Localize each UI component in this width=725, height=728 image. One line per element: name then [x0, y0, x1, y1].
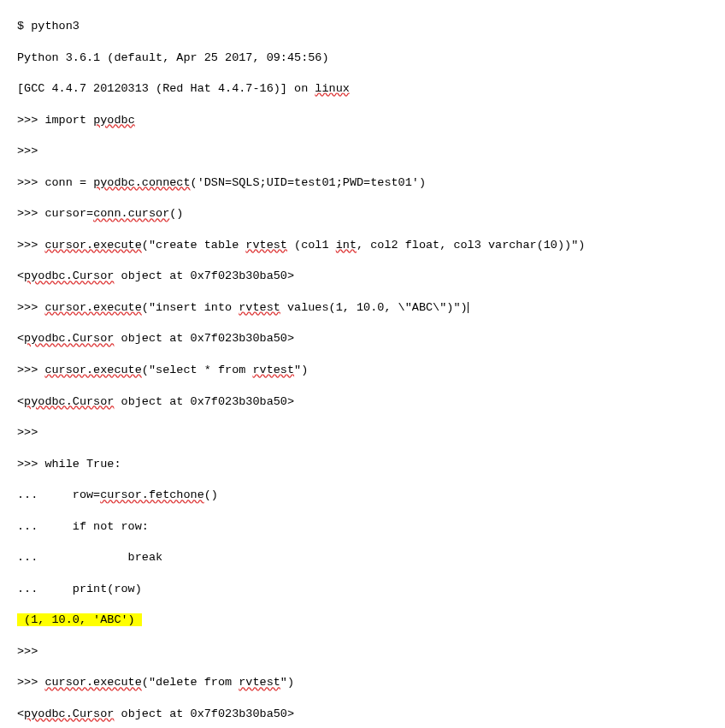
text-segment: Python 3.6.1 (default, Apr 25 2017, 09:4…: [17, 51, 329, 64]
text-segment: >>>: [17, 145, 38, 157]
text-segment: "): [280, 676, 294, 689]
text-segment: ... row=: [17, 488, 100, 501]
text-segment: (): [204, 488, 218, 501]
text-segment: >>>: [17, 645, 38, 658]
spellcheck-underlined-text: rvtest: [239, 676, 280, 689]
spellcheck-underlined-text: rvtest: [245, 239, 287, 252]
terminal-line: >>> import pyodbc: [17, 104, 708, 136]
terminal-line: <pyodbc.Cursor object at 0x7f023b30ba50>: [17, 323, 708, 354]
text-segment: ... break: [17, 551, 162, 564]
text-cursor: [468, 302, 469, 314]
text-segment: <: [17, 395, 24, 408]
terminal-line: $ python3: [17, 10, 708, 42]
text-segment: ("create table: [142, 239, 246, 252]
terminal-line: >>> conn = pyodbc.connect('DSN=SQLS;UID=…: [17, 167, 708, 198]
text-segment: >>>: [17, 239, 44, 252]
text-segment: ("insert into: [142, 301, 239, 314]
text-segment: >>>: [17, 676, 44, 689]
text-segment: >>> cursor=: [17, 207, 93, 220]
terminal-line: >>> while True:: [17, 448, 708, 480]
terminal-line: <pyodbc.Cursor object at 0x7f023b30ba50>: [17, 260, 708, 292]
text-segment: >>>: [17, 364, 44, 376]
spellcheck-underlined-text: pyodbc.Cursor: [24, 332, 114, 345]
text-segment: >>> while True:: [17, 458, 121, 471]
text-segment: ... print(row): [17, 583, 142, 595]
text-segment: >>>: [17, 426, 38, 439]
text-segment: ("delete from: [142, 676, 239, 689]
text-segment: >>>: [17, 301, 44, 314]
text-segment: object at 0x7f023b30ba50>: [114, 707, 294, 720]
spellcheck-underlined-text: pyodbc.connect: [93, 176, 190, 189]
spellcheck-underlined-text: pyodbc.Cursor: [24, 707, 114, 720]
terminal-line: >>> cursor.execute("create table rvtest …: [17, 229, 708, 261]
terminal-output: $ python3Python 3.6.1 (default, Apr 25 2…: [17, 10, 708, 728]
text-segment: values(1, 10.0, \"ABC\")"): [280, 301, 468, 314]
terminal-line: ... if not row:: [17, 511, 708, 542]
spellcheck-underlined-text: pyodbc.Cursor: [24, 395, 114, 408]
terminal-line: >>> cursor.execute("delete from rvtest"): [17, 666, 708, 698]
terminal-line: (1, 10.0, 'ABC'): [17, 604, 708, 636]
text-segment: "): [294, 364, 308, 376]
text-segment: ... if not row:: [17, 520, 149, 533]
text-segment: (): [169, 207, 183, 220]
text-segment: ("select * from: [142, 364, 253, 376]
terminal-line: >>> cursor.execute("insert into rvtest v…: [17, 292, 708, 323]
text-segment: , col2 float, col3 varchar(10))"): [357, 239, 585, 252]
spellcheck-underlined-text: rvtest: [252, 364, 294, 376]
terminal-line: >>>: [17, 417, 708, 448]
spellcheck-underlined-text: rvtest: [239, 301, 280, 314]
text-segment: >>> conn =: [17, 176, 93, 189]
text-segment: object at 0x7f023b30ba50>: [114, 332, 294, 345]
terminal-line: Python 3.6.1 (default, Apr 25 2017, 09:4…: [17, 42, 708, 74]
terminal-line: >>> cursor=conn.cursor(): [17, 198, 708, 229]
spellcheck-underlined-text: cursor.execute: [44, 364, 141, 376]
text-segment: ('DSN=SQLS;UID=test01;PWD=test01'): [191, 176, 426, 189]
terminal-line: >>>: [17, 636, 708, 667]
text-segment: object at 0x7f023b30ba50>: [114, 395, 294, 408]
text-segment: [GCC 4.4.7 20120313 (Red Hat 4.4.7-16)] …: [17, 82, 315, 95]
highlighted-output: (1, 10.0, 'ABC'): [17, 613, 142, 626]
text-segment: >>> import: [17, 114, 93, 127]
spellcheck-underlined-text: linux: [315, 82, 350, 95]
terminal-line: ... break: [17, 542, 708, 573]
terminal-line: <pyodbc.Cursor object at 0x7f023b30ba50>: [17, 386, 708, 417]
terminal-line: [GCC 4.4.7 20120313 (Red Hat 4.4.7-16)] …: [17, 73, 708, 104]
text-segment: $ python3: [17, 20, 80, 33]
spellcheck-underlined-text: pyodbc: [93, 114, 135, 127]
spellcheck-underlined-text: cursor.execute: [44, 301, 141, 314]
terminal-line: >>>: [17, 135, 708, 167]
terminal-line: ... print(row): [17, 573, 708, 605]
terminal-line: >>> cursor.execute("select * from rvtest…: [17, 354, 708, 386]
terminal-line: ... row=cursor.fetchone(): [17, 479, 708, 511]
text-segment: object at 0x7f023b30ba50>: [114, 269, 294, 282]
spellcheck-underlined-text: cursor.fetchone: [100, 488, 204, 501]
spellcheck-underlined-text: conn.cursor: [93, 207, 169, 220]
text-segment: <: [17, 269, 24, 282]
spellcheck-underlined-text: pyodbc.Cursor: [24, 269, 114, 282]
text-segment: <: [17, 707, 24, 720]
spellcheck-underlined-text: cursor.execute: [44, 239, 141, 252]
text-segment: (col1: [287, 239, 336, 252]
terminal-line: <pyodbc.Cursor object at 0x7f023b30ba50>: [17, 698, 708, 728]
spellcheck-underlined-text: cursor.execute: [44, 676, 141, 689]
text-segment: <: [17, 332, 24, 345]
spellcheck-underlined-text: int: [336, 239, 357, 252]
